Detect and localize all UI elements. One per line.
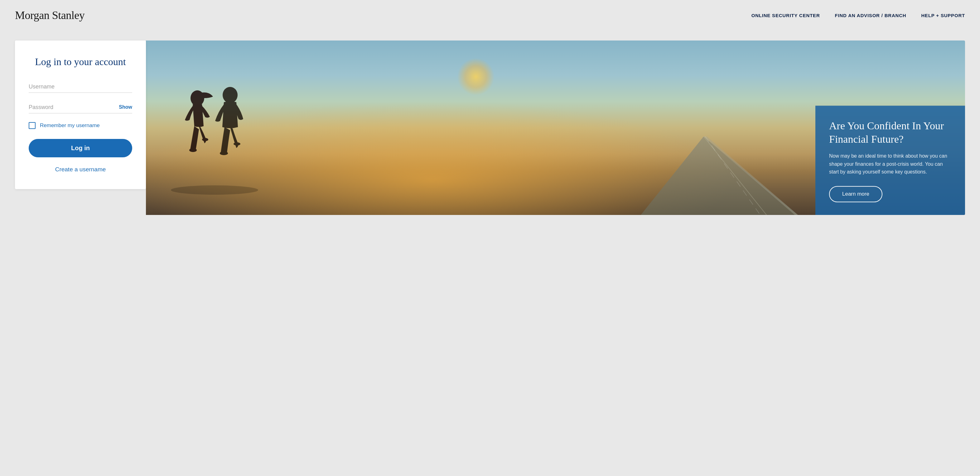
show-password-button[interactable]: Show bbox=[119, 104, 132, 110]
login-title: Log in to your account bbox=[29, 56, 132, 68]
logo: Morgan Stanley bbox=[15, 9, 84, 22]
svg-point-1 bbox=[189, 148, 197, 152]
header: Morgan Stanley ONLINE SECURITY CENTER FI… bbox=[0, 0, 980, 30]
password-input[interactable] bbox=[29, 102, 132, 113]
username-group bbox=[29, 81, 132, 93]
svg-point-5 bbox=[234, 142, 240, 146]
nav-security[interactable]: ONLINE SECURITY CENTER bbox=[751, 13, 820, 18]
nav-advisor[interactable]: FIND AN ADVISOR / BRANCH bbox=[835, 13, 907, 18]
nav-support[interactable]: HELP + SUPPORT bbox=[921, 13, 965, 18]
runners-silhouette bbox=[165, 81, 270, 199]
username-input[interactable] bbox=[29, 81, 132, 92]
remember-wrapper: Remember my username bbox=[29, 122, 132, 129]
learn-more-button[interactable]: Learn more bbox=[829, 186, 882, 202]
password-input-wrapper: Show bbox=[29, 102, 132, 113]
create-username-link[interactable]: Create a username bbox=[29, 166, 132, 173]
username-input-wrapper bbox=[29, 81, 132, 93]
password-group: Show bbox=[29, 102, 132, 113]
promo-overlay: Are You Confident In Your Financial Futu… bbox=[815, 106, 965, 215]
main-nav: ONLINE SECURITY CENTER FIND AN ADVISOR /… bbox=[751, 13, 965, 18]
svg-point-4 bbox=[220, 151, 228, 155]
login-button[interactable]: Log in bbox=[29, 139, 132, 157]
remember-checkbox[interactable] bbox=[29, 122, 35, 129]
promo-description: Now may be an ideal time to think about … bbox=[829, 152, 951, 176]
main-content: Log in to your account Show Remember my … bbox=[0, 30, 980, 230]
remember-label[interactable]: Remember my username bbox=[40, 122, 100, 129]
login-card: Log in to your account Show Remember my … bbox=[15, 41, 146, 189]
promo-title: Are You Confident In Your Financial Futu… bbox=[829, 119, 951, 146]
svg-point-3 bbox=[223, 87, 238, 103]
svg-point-6 bbox=[171, 186, 258, 195]
promo-section: Are You Confident In Your Financial Futu… bbox=[146, 41, 965, 215]
svg-point-2 bbox=[202, 138, 208, 141]
